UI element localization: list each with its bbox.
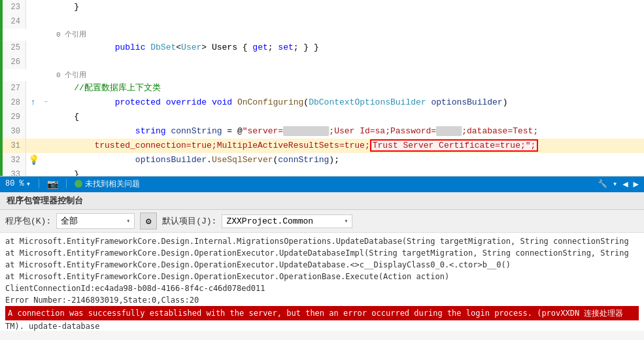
status-separator <box>39 179 39 188</box>
pm-default-project-label: 默认项目(J): <box>162 215 216 227</box>
pm-output-line-5: ClientConnectionId:ec4ada98-b08d-4166-8f… <box>5 282 639 294</box>
line-content-23: } <box>51 0 644 14</box>
ref-count-line-27: 0 个引用 <box>0 69 644 81</box>
pm-title: 程序包管理器控制台 <box>7 196 83 206</box>
pm-toolbar: 程序包(K): 全部 ▾ ⚙ 默认项目(J): ZXXProject.Commo… <box>0 210 644 233</box>
code-line-28: 28 ↑ − protected override void OnConfigu… <box>0 95 644 110</box>
pm-panel: 程序包管理器控制台 程序包(K): 全部 ▾ ⚙ 默认项目(J): ZXXPro… <box>0 191 644 331</box>
code-lines: 23 } 24 0 个引用 25 public DbSet<User> <box>0 0 644 177</box>
line-collapse-28: − <box>41 95 51 110</box>
green-circle-icon <box>75 180 82 188</box>
code-editor: 23 } 24 0 个引用 25 public DbSet<User> <box>0 0 644 177</box>
line-num-27: 27 <box>0 81 26 95</box>
pm-project-value: ZXXProject.Common <box>226 216 313 226</box>
pm-output-line-6: Error Number:-2146893019,State:0,Class:2… <box>5 294 639 306</box>
ref-count-27: 0 个引用 <box>51 68 644 82</box>
pm-package-label: 程序包(K): <box>5 215 51 227</box>
pm-output-line-2: at Microsoft.EntityFrameworkCore.Design.… <box>5 247 639 259</box>
line-content-33: } <box>51 167 644 177</box>
line-num-32: 32 <box>0 153 26 167</box>
pm-output-line-4: at Microsoft.EntityFrameworkCore.Design.… <box>5 271 639 282</box>
line-num-26: 26 <box>0 55 26 69</box>
lightbulb-icon[interactable]: 💡 <box>28 155 39 165</box>
pm-output-line-3: at Microsoft.EntityFrameworkCore.Design.… <box>5 259 639 271</box>
pm-output-line-7: TM). update-database <box>5 320 639 331</box>
line-num-23: 23 <box>0 0 26 14</box>
status-ok-label: 未找到相关问题 <box>85 178 140 190</box>
code-line-26: 26 <box>0 55 644 69</box>
zoom-level: 80 % <box>5 179 24 188</box>
code-line-33: 33 } <box>0 167 644 177</box>
wrench-icon[interactable]: 🔧 <box>598 179 607 189</box>
pm-title-bar: 程序包管理器控制台 <box>0 192 644 210</box>
pm-gear-button[interactable]: ⚙ <box>140 212 157 230</box>
zoom-arrow: ▾ <box>26 179 31 189</box>
pm-package-dropdown[interactable]: 全部 ▾ <box>56 213 135 229</box>
line-num-25: 25 <box>0 41 26 55</box>
status-right: 🔧 ▾ ◀ ▶ <box>598 178 639 190</box>
pm-project-dropdown[interactable]: ZXXProject.Common ▾ <box>222 214 352 228</box>
nav-left-arrow[interactable]: ◀ <box>622 178 628 190</box>
code-line-23: 23 } <box>0 0 644 14</box>
line-num-31: 31 <box>0 139 26 153</box>
nav-right-arrow[interactable]: ▶ <box>634 178 639 190</box>
line-num-30: 30 <box>0 124 26 139</box>
pm-package-value: 全部 <box>61 215 78 227</box>
line-indicator-28: ↑ <box>26 95 41 110</box>
line-num-29: 29 <box>0 110 26 124</box>
code-line-32: 32 💡 optionsBuilder.UseSqlServer(connStr… <box>0 153 644 167</box>
code-line-25: 25 public DbSet<User> Users { get; set; … <box>0 41 644 55</box>
pm-project-chevron: ▾ <box>344 217 348 225</box>
line-num-24: 24 <box>0 14 26 29</box>
status-ok: 未找到相关问题 <box>75 178 140 190</box>
green-left-bar <box>0 0 3 177</box>
line-indicator-32: 💡 <box>26 153 41 168</box>
dropdown-arrow[interactable]: ▾ <box>613 179 617 189</box>
status-bar: 80 % ▾ 📷 未找到相关问题 🔧 ▾ ◀ ▶ <box>0 177 644 191</box>
line-num-28: 28 <box>0 95 26 110</box>
pm-error-line: A connection was successfully establishe… <box>5 306 639 320</box>
pm-package-chevron: ▾ <box>126 217 130 225</box>
zoom-dropdown[interactable]: 80 % ▾ <box>5 179 31 189</box>
line-num-33: 33 <box>0 167 26 177</box>
gear-icon: ⚙ <box>146 216 151 227</box>
pm-output[interactable]: at Microsoft.EntityFrameworkCore.Design.… <box>0 233 644 331</box>
camera-icon[interactable]: 📷 <box>47 178 58 190</box>
pm-output-line-1: at Microsoft.EntityFrameworkCore.Design.… <box>5 235 639 247</box>
status-separator-2 <box>66 179 67 188</box>
